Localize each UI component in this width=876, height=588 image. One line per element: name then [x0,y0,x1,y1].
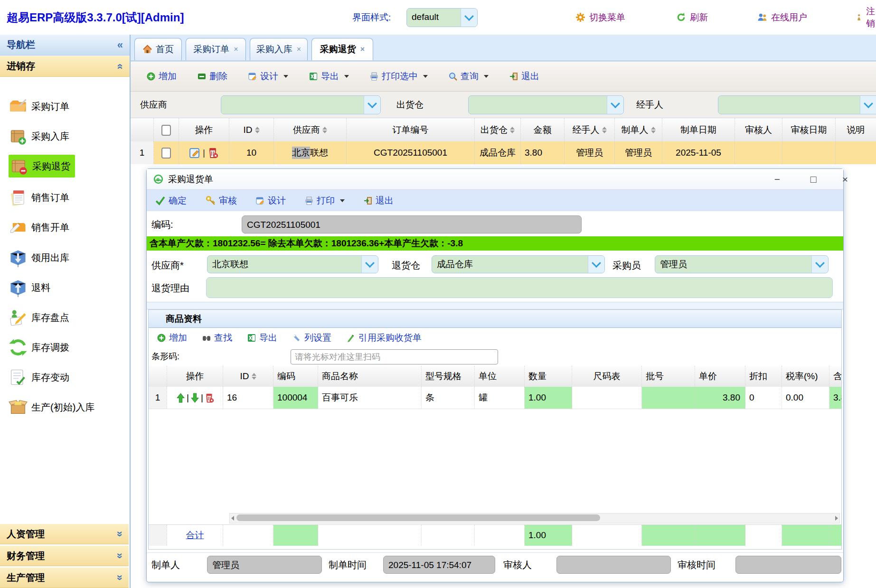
orders-table-row[interactable]: 1 | 10 北京联想 CGT20251105001 成品仓库 3.80 管理员… [131,141,876,164]
sidebar-item-stock-count[interactable]: 库存盘点 [9,306,69,329]
tab-purchase-order[interactable]: 采购订单 × [186,38,246,60]
cell-qty[interactable]: 1.00 [525,387,572,409]
sidebar-item-production-in[interactable]: 生产(初始)入库 [9,396,94,419]
scroll-left-icon[interactable] [231,516,234,521]
notes-icon [9,188,28,207]
sortable-column[interactable]: ID [223,366,273,387]
export-button[interactable]: 导出 [309,70,349,83]
cell-batch[interactable] [642,387,695,409]
trash-icon[interactable] [204,393,214,403]
column-settings-button[interactable]: 列设置 [292,332,331,344]
chevron-down-icon[interactable] [361,256,378,273]
total-link[interactable]: 合计 [186,529,204,541]
close-icon[interactable]: × [360,45,365,54]
chevron-double-down-icon: « [113,553,125,559]
close-icon[interactable]: × [297,45,301,54]
sidebar-item-sales-billing[interactable]: 销售开单 [9,216,69,239]
barcode-input[interactable] [291,349,498,364]
exit-button[interactable]: 退出 [364,195,394,207]
box-in-icon [9,127,28,146]
auditor-label: 审核人 [503,559,532,571]
move-down-icon[interactable] [190,393,200,403]
dropdown-caret-icon [344,75,349,78]
sortable-column[interactable]: 经手人 [565,118,615,142]
dropdown-caret-icon [423,75,428,78]
ui-style-select[interactable]: default [406,8,478,27]
goods-add-button[interactable]: 增加 [157,332,187,344]
logout-button[interactable]: 注销 [856,0,876,35]
tab-purchase-return[interactable]: 采购退货 × [311,38,373,60]
maximize-button[interactable]: □ [802,169,824,190]
print-button[interactable]: 打印 [305,195,345,207]
sidebar-section-finance[interactable]: 财务管理 « [0,545,129,566]
close-button[interactable]: × [834,169,856,190]
row-checkbox[interactable] [154,141,179,164]
exit-button[interactable]: 退出 [509,70,539,83]
online-users-button[interactable]: 在线用户 [757,0,807,35]
sortable-column[interactable]: 制单人 [615,118,662,142]
minimize-button[interactable]: − [766,169,788,190]
trash-icon[interactable] [207,147,218,159]
horizontal-scrollbar[interactable] [229,513,840,523]
refresh-button[interactable]: 刷新 [676,0,708,35]
goods-table-row[interactable]: 1 | | 16 100004 百事可乐 条 罐 1.00 3.80 0 0.0… [149,387,841,409]
tab-home[interactable]: 首页 [134,38,182,60]
close-icon[interactable]: × [234,45,238,54]
select-all-checkbox[interactable] [154,118,179,142]
chevron-down-icon[interactable] [364,96,380,114]
move-up-icon[interactable] [176,393,186,403]
chevron-double-up-icon[interactable]: « [114,63,126,69]
cell-price[interactable]: 3.80 [695,387,745,409]
sidebar-item-stock-movement[interactable]: 库存变动 [9,366,69,389]
buyer-select[interactable]: 管理员 [655,255,829,273]
audit-button[interactable]: 审核 [206,195,237,207]
sortable-column[interactable]: 出货仓 [475,118,521,142]
sidebar-section-inventory[interactable]: 进销存 « [0,56,130,77]
sidebar-item-purchase-order[interactable]: 采购订单 [9,95,69,118]
query-button[interactable]: 查询 [449,70,489,83]
filter-handler-select[interactable] [718,95,876,114]
supplier-label: 供应商* [151,259,184,272]
collapse-left-icon[interactable]: « [117,39,123,51]
scroll-right-icon[interactable] [835,516,838,521]
splitter[interactable] [147,302,843,309]
add-icon [157,334,166,342]
confirm-button[interactable]: 确定 [155,195,187,207]
add-button[interactable]: 增加 [147,70,177,83]
delete-button[interactable]: 删除 [198,70,227,83]
sidebar-header[interactable]: 导航栏 « [0,35,130,56]
sidebar-item-purchase-in[interactable]: 采购入库 [9,125,69,148]
sidebar-section-production[interactable]: 生产管理 « [0,567,129,588]
sortable-column[interactable]: 供应商 [274,118,347,142]
sort-icon [510,127,515,133]
goods-export-button[interactable]: 导出 [247,332,277,344]
supplier-select[interactable]: 北京联想 [207,255,378,273]
chevron-down-icon[interactable] [860,96,876,114]
switch-menu-button[interactable]: 切换菜单 [575,0,625,35]
return-warehouse-select[interactable]: 成品仓库 [432,255,605,273]
dialog-titlebar[interactable]: e 采购退货单 − □ × [147,169,843,190]
print-selected-button[interactable]: 打印选中 [370,70,428,83]
sidebar-item-stock-transfer[interactable]: 库存调拨 [9,336,69,359]
tab-purchase-in[interactable]: 采购入库 × [250,38,308,60]
exit-door-icon [364,196,372,205]
sidebar-item-material-return[interactable]: 退料 [9,276,50,299]
filter-warehouse-select[interactable] [468,95,624,114]
sidebar-item-requisition-out[interactable]: 领用出库 [9,246,69,269]
sidebar-section-hr[interactable]: 人资管理 « [0,523,129,544]
chevron-down-icon[interactable] [588,256,604,273]
quote-receipt-button[interactable]: 引用采购收货单 [347,332,422,344]
sortable-column[interactable]: ID [229,118,274,142]
chevron-down-icon[interactable] [811,256,828,273]
filter-supplier-select[interactable] [221,95,381,114]
edit-icon[interactable] [189,147,201,159]
sidebar-item-purchase-return[interactable]: 采购退货 [9,155,75,177]
design-button[interactable]: 设计 [248,70,288,83]
chevron-down-icon[interactable] [607,96,623,114]
design-button[interactable]: 设计 [256,195,286,207]
goods-find-button[interactable]: 查找 [202,332,232,344]
scrollbar-thumb[interactable] [236,514,600,521]
reason-input[interactable] [206,277,833,298]
chevron-down-icon[interactable] [461,9,477,27]
sidebar-item-sales-order[interactable]: 销售订单 [9,186,69,209]
